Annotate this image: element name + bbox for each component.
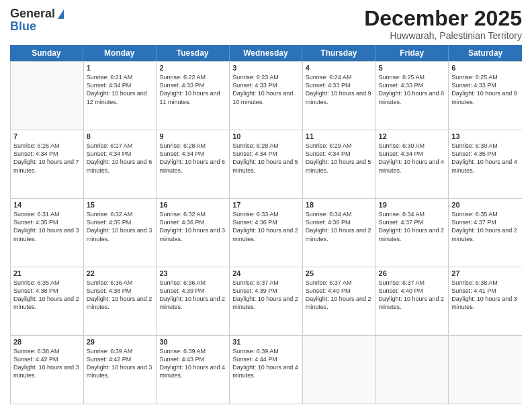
calendar-cell: 24Sunrise: 6:37 AM Sunset: 4:39 PM Dayli… <box>230 267 303 335</box>
day-info: Sunrise: 6:39 AM Sunset: 4:43 PM Dayligh… <box>159 347 226 380</box>
header: General Blue December 2025 Huwwarah, Pal… <box>10 7 522 41</box>
calendar-row-2: 14Sunrise: 6:31 AM Sunset: 4:35 PM Dayli… <box>11 198 522 267</box>
calendar-cell: 30Sunrise: 6:39 AM Sunset: 4:43 PM Dayli… <box>157 336 230 404</box>
day-number: 28 <box>13 338 81 346</box>
day-info: Sunrise: 6:31 AM Sunset: 4:35 PM Dayligh… <box>13 210 81 243</box>
day-number: 27 <box>451 269 519 277</box>
calendar-cell: 23Sunrise: 6:36 AM Sunset: 4:39 PM Dayli… <box>157 267 230 335</box>
calendar-cell: 18Sunrise: 6:34 AM Sunset: 4:36 PM Dayli… <box>303 199 376 267</box>
day-number: 31 <box>232 338 300 346</box>
day-info: Sunrise: 6:37 AM Sunset: 4:40 PM Dayligh… <box>306 279 373 312</box>
calendar-cell: 17Sunrise: 6:33 AM Sunset: 4:36 PM Dayli… <box>230 199 303 267</box>
logo-general: General <box>10 7 55 21</box>
day-number: 9 <box>159 132 226 140</box>
day-number: 30 <box>159 338 226 346</box>
logo-blue: Blue <box>10 19 36 34</box>
day-info: Sunrise: 6:28 AM Sunset: 4:34 PM Dayligh… <box>159 142 226 175</box>
day-info: Sunrise: 6:23 AM Sunset: 4:33 PM Dayligh… <box>232 73 300 106</box>
day-info: Sunrise: 6:33 AM Sunset: 4:36 PM Dayligh… <box>232 210 300 243</box>
calendar-cell: 27Sunrise: 6:38 AM Sunset: 4:41 PM Dayli… <box>449 267 522 335</box>
calendar-cell: 2Sunrise: 6:22 AM Sunset: 4:33 PM Daylig… <box>157 62 230 130</box>
day-info: Sunrise: 6:27 AM Sunset: 4:34 PM Dayligh… <box>87 142 154 175</box>
calendar-row-1: 7Sunrise: 6:26 AM Sunset: 4:34 PM Daylig… <box>11 130 522 198</box>
day-info: Sunrise: 6:37 AM Sunset: 4:40 PM Dayligh… <box>379 279 446 312</box>
calendar-cell: 19Sunrise: 6:34 AM Sunset: 4:37 PM Dayli… <box>376 199 449 267</box>
day-info: Sunrise: 6:28 AM Sunset: 4:34 PM Dayligh… <box>232 142 300 175</box>
day-info: Sunrise: 6:25 AM Sunset: 4:33 PM Dayligh… <box>451 73 519 106</box>
calendar-cell: 13Sunrise: 6:30 AM Sunset: 4:35 PM Dayli… <box>449 130 522 198</box>
day-number: 15 <box>87 201 154 209</box>
calendar-row-0: 1Sunrise: 6:21 AM Sunset: 4:34 PM Daylig… <box>11 61 522 130</box>
weekday-header-friday: Friday <box>375 45 449 61</box>
day-number: 10 <box>232 132 300 140</box>
day-number: 19 <box>379 201 446 209</box>
logo: General Blue <box>10 7 64 34</box>
day-number: 4 <box>306 64 373 72</box>
day-info: Sunrise: 6:35 AM Sunset: 4:38 PM Dayligh… <box>13 279 81 312</box>
calendar-cell: 7Sunrise: 6:26 AM Sunset: 4:34 PM Daylig… <box>11 130 84 198</box>
day-number: 3 <box>232 64 300 72</box>
calendar-cell: 16Sunrise: 6:32 AM Sunset: 4:36 PM Dayli… <box>157 199 230 267</box>
calendar-cell: 1Sunrise: 6:21 AM Sunset: 4:34 PM Daylig… <box>84 62 157 130</box>
day-info: Sunrise: 6:36 AM Sunset: 4:39 PM Dayligh… <box>159 279 226 312</box>
calendar-cell: 5Sunrise: 6:25 AM Sunset: 4:33 PM Daylig… <box>376 62 449 130</box>
weekday-header-monday: Monday <box>83 45 157 61</box>
logo-arrow-icon <box>58 9 64 19</box>
calendar-cell: 28Sunrise: 6:38 AM Sunset: 4:42 PM Dayli… <box>11 336 84 404</box>
day-info: Sunrise: 6:38 AM Sunset: 4:41 PM Dayligh… <box>451 279 519 312</box>
day-info: Sunrise: 6:30 AM Sunset: 4:34 PM Dayligh… <box>379 142 446 175</box>
location: Huwwarah, Palestinian Territory <box>364 30 522 41</box>
calendar-header: SundayMondayTuesdayWednesdayThursdayFrid… <box>10 45 522 61</box>
calendar-cell <box>376 336 449 404</box>
calendar-cell: 3Sunrise: 6:23 AM Sunset: 4:33 PM Daylig… <box>230 62 303 130</box>
calendar-cell: 14Sunrise: 6:31 AM Sunset: 4:35 PM Dayli… <box>11 199 84 267</box>
weekday-header-saturday: Saturday <box>449 45 522 61</box>
calendar-cell: 20Sunrise: 6:35 AM Sunset: 4:37 PM Dayli… <box>449 199 522 267</box>
day-number: 8 <box>87 132 154 140</box>
day-info: Sunrise: 6:36 AM Sunset: 4:38 PM Dayligh… <box>87 279 154 312</box>
day-number: 2 <box>159 64 226 72</box>
calendar-cell: 15Sunrise: 6:32 AM Sunset: 4:35 PM Dayli… <box>84 199 157 267</box>
day-number: 18 <box>306 201 373 209</box>
day-number: 5 <box>379 64 446 72</box>
day-info: Sunrise: 6:26 AM Sunset: 4:34 PM Dayligh… <box>13 142 81 175</box>
calendar-cell: 21Sunrise: 6:35 AM Sunset: 4:38 PM Dayli… <box>11 267 84 335</box>
day-number: 14 <box>13 201 81 209</box>
day-info: Sunrise: 6:32 AM Sunset: 4:35 PM Dayligh… <box>87 210 154 243</box>
day-number: 29 <box>87 338 154 346</box>
calendar-cell: 4Sunrise: 6:24 AM Sunset: 4:33 PM Daylig… <box>303 62 376 130</box>
day-info: Sunrise: 6:29 AM Sunset: 4:34 PM Dayligh… <box>306 142 373 175</box>
calendar-cell: 26Sunrise: 6:37 AM Sunset: 4:40 PM Dayli… <box>376 267 449 335</box>
day-info: Sunrise: 6:22 AM Sunset: 4:33 PM Dayligh… <box>159 73 226 106</box>
calendar-cell: 8Sunrise: 6:27 AM Sunset: 4:34 PM Daylig… <box>84 130 157 198</box>
day-number: 12 <box>379 132 446 140</box>
calendar-cell: 11Sunrise: 6:29 AM Sunset: 4:34 PM Dayli… <box>303 130 376 198</box>
page: General Blue December 2025 Huwwarah, Pal… <box>0 0 532 411</box>
calendar-cell <box>11 62 84 130</box>
day-info: Sunrise: 6:35 AM Sunset: 4:37 PM Dayligh… <box>451 210 519 243</box>
calendar-row-4: 28Sunrise: 6:38 AM Sunset: 4:42 PM Dayli… <box>11 335 522 404</box>
day-number: 20 <box>451 201 519 209</box>
day-info: Sunrise: 6:30 AM Sunset: 4:35 PM Dayligh… <box>451 142 519 175</box>
calendar-cell <box>449 336 522 404</box>
day-info: Sunrise: 6:24 AM Sunset: 4:33 PM Dayligh… <box>306 73 373 106</box>
day-number: 26 <box>379 269 446 277</box>
calendar-cell: 31Sunrise: 6:39 AM Sunset: 4:44 PM Dayli… <box>230 336 303 404</box>
month-title: December 2025 <box>364 7 522 30</box>
calendar-cell: 9Sunrise: 6:28 AM Sunset: 4:34 PM Daylig… <box>157 130 230 198</box>
day-number: 24 <box>232 269 300 277</box>
day-info: Sunrise: 6:25 AM Sunset: 4:33 PM Dayligh… <box>379 73 446 106</box>
calendar-cell: 25Sunrise: 6:37 AM Sunset: 4:40 PM Dayli… <box>303 267 376 335</box>
calendar-cell: 22Sunrise: 6:36 AM Sunset: 4:38 PM Dayli… <box>84 267 157 335</box>
calendar-cell: 12Sunrise: 6:30 AM Sunset: 4:34 PM Dayli… <box>376 130 449 198</box>
day-number: 7 <box>13 132 81 140</box>
calendar-body: 1Sunrise: 6:21 AM Sunset: 4:34 PM Daylig… <box>10 61 522 404</box>
weekday-header-sunday: Sunday <box>10 45 83 61</box>
day-number: 21 <box>13 269 81 277</box>
calendar-cell: 6Sunrise: 6:25 AM Sunset: 4:33 PM Daylig… <box>449 62 522 130</box>
day-number: 17 <box>232 201 300 209</box>
day-info: Sunrise: 6:21 AM Sunset: 4:34 PM Dayligh… <box>87 73 154 106</box>
weekday-header-tuesday: Tuesday <box>157 45 230 61</box>
day-number: 22 <box>87 269 154 277</box>
weekday-header-thursday: Thursday <box>302 45 375 61</box>
